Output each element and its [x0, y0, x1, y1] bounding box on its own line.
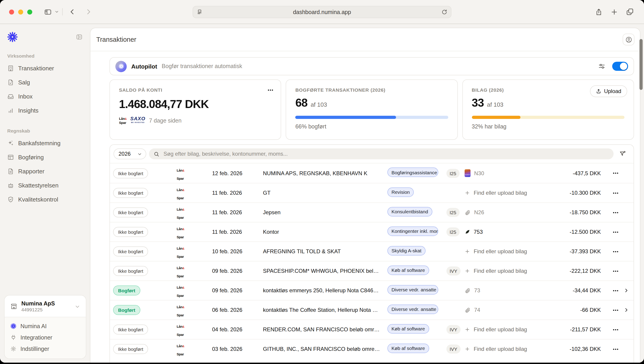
- bilag-cell[interactable]: NUMINA Find eller upload bilag: [465, 326, 542, 333]
- sidebar-item-bankafstemning[interactable]: Bankafstemning: [0, 136, 90, 150]
- table-row[interactable]: Ikke bogført Lån& Spar 12 feb. 2026 NUMI…: [110, 164, 633, 183]
- sidebar-item-salg[interactable]: Salg: [0, 75, 90, 90]
- sidebar-item-inbox[interactable]: Inbox: [0, 90, 90, 104]
- bilag-cell[interactable]: NUMINA Find eller upload bilag: [465, 268, 542, 274]
- category-badge[interactable]: Kontingenter inkl. moms: [387, 226, 438, 236]
- tax-code-chip[interactable]: I25: [446, 168, 459, 178]
- category-badge[interactable]: Konsulentbistand: [387, 207, 432, 216]
- minimize-window-button[interactable]: [18, 9, 23, 14]
- row-menu-icon[interactable]: [613, 210, 618, 215]
- table-row[interactable]: Bogført Lån& Spar 06 feb. 2026 kontaktlø…: [110, 300, 633, 320]
- sidebar-section-regnskab: Regnskab: [0, 128, 90, 134]
- table-row[interactable]: Ikke bogført Lån& Spar 03 feb. 2026 GITH…: [110, 339, 633, 358]
- address-bar[interactable]: dashboard.numina.app: [193, 6, 451, 18]
- sidebar-item-kvalitetskontrol[interactable]: Kvalitetskontrol: [0, 192, 90, 206]
- row-menu-icon[interactable]: [613, 229, 618, 235]
- bilag-label[interactable]: 73: [474, 287, 480, 294]
- bilag-label[interactable]: Find eller upload bilag: [474, 248, 527, 254]
- chevron-right-icon[interactable]: [623, 288, 629, 293]
- sidebar-chevron-down-icon[interactable]: [55, 10, 59, 14]
- share-icon[interactable]: [595, 8, 603, 16]
- row-menu-icon[interactable]: [613, 326, 618, 332]
- category-badge[interactable]: Køb af software: [387, 343, 429, 353]
- row-menu-icon[interactable]: [613, 190, 618, 196]
- tax-code-chip[interactable]: IVY: [446, 344, 460, 354]
- tax-code-chip[interactable]: I25: [446, 228, 459, 236]
- bilag-cell[interactable]: NUMINA Find eller upload bilag: [465, 248, 542, 254]
- category-badge[interactable]: Køb af software: [387, 324, 429, 333]
- bilag-label[interactable]: Find eller upload bilag: [474, 190, 527, 196]
- table-row[interactable]: Ikke bogført Lån& Spar 11 feb. 2026 GT R…: [110, 183, 633, 202]
- search-input[interactable]: [163, 150, 609, 158]
- bilag-label[interactable]: N26: [474, 209, 484, 216]
- tab-overview-icon[interactable]: [626, 8, 634, 16]
- bilag-cell[interactable]: NUMINA N30: [465, 169, 542, 177]
- back-button[interactable]: [69, 8, 76, 16]
- zoom-window-button[interactable]: [27, 9, 32, 14]
- sidebar-item-bogfoering[interactable]: Bogføring: [0, 150, 90, 164]
- reader-icon[interactable]: [197, 9, 203, 15]
- close-window-button[interactable]: [9, 9, 14, 14]
- transaction-description: kontaktløs emmerys 250, Hellerup Nota C8…: [263, 287, 387, 294]
- bank-logo: Lån& Spar: [177, 266, 184, 278]
- table-row[interactable]: Ikke bogført Lån& Spar 09 feb. 2026 SPAC…: [110, 261, 633, 280]
- bilag-cell[interactable]: NUMINA N26: [465, 209, 542, 216]
- saldo-menu-icon[interactable]: [268, 87, 274, 93]
- category-badge[interactable]: Diverse vedr. ansatte uden: [387, 285, 438, 294]
- row-menu-icon[interactable]: [613, 170, 618, 176]
- company-switcher[interactable]: Numina ApS 44991225: [5, 296, 86, 317]
- reload-icon[interactable]: [441, 9, 447, 15]
- category-badge[interactable]: Skyldig A-skat: [387, 246, 426, 255]
- table-row[interactable]: Ikke bogført Lån& Spar 11 feb. 2026 Kont…: [110, 222, 633, 242]
- new-tab-icon[interactable]: [610, 8, 618, 16]
- autopilot-settings-icon[interactable]: [598, 63, 605, 70]
- bilag-thumbnail[interactable]: NUMINA: [465, 169, 470, 177]
- category-badge[interactable]: Bogføringsassistance: [387, 168, 438, 177]
- row-menu-icon[interactable]: [613, 288, 618, 294]
- scrollbar-thumb[interactable]: [639, 39, 643, 90]
- tax-code-chip[interactable]: IVY: [446, 325, 460, 334]
- chevron-right-icon[interactable]: [623, 307, 629, 313]
- bilag-label[interactable]: Find eller upload bilag: [474, 268, 527, 274]
- bilag-label[interactable]: Find eller upload bilag: [474, 346, 527, 352]
- tax-code-chip[interactable]: I25: [446, 208, 459, 217]
- sidebar-item-insights[interactable]: Insights: [0, 104, 90, 118]
- forward-button[interactable]: [85, 8, 92, 16]
- bilag-cell[interactable]: NUMINA Find eller upload bilag: [465, 346, 542, 352]
- autopilot-toggle[interactable]: [612, 62, 628, 71]
- bilag-card: BILAG (2026) Upload 33 af 103: [462, 80, 634, 140]
- table-row[interactable]: Ikke bogført Lån& Spar 11 feb. 2026 Jeps…: [110, 202, 633, 222]
- category-badge[interactable]: Diverse vedr. ansatte uden: [387, 304, 438, 314]
- bilag-label[interactable]: 753: [474, 229, 483, 235]
- bilag-cell[interactable]: NUMINA 73: [465, 287, 542, 294]
- filter-funnel-icon[interactable]: [619, 150, 626, 158]
- tax-code-chip[interactable]: IVY: [446, 266, 460, 276]
- bilag-label[interactable]: N30: [474, 170, 484, 176]
- toolbar-sidebar-toggle-icon[interactable]: [44, 8, 52, 16]
- sidebar-item-indstillinger[interactable]: Indstillinger: [5, 343, 86, 354]
- category-badge[interactable]: Revision: [387, 187, 414, 197]
- year-select[interactable]: 2026: [114, 148, 146, 159]
- table-row[interactable]: Ikke bogført Lån& Spar 10 feb. 2026 AFRE…: [110, 242, 633, 261]
- collapse-sidebar-icon[interactable]: [76, 33, 83, 40]
- sidebar-item-numina-ai[interactable]: Numina AI: [5, 320, 86, 332]
- sidebar-item-rapporter[interactable]: Rapporter: [0, 164, 90, 178]
- row-menu-icon[interactable]: [613, 346, 618, 352]
- row-menu-icon[interactable]: [613, 268, 618, 274]
- bilag-cell[interactable]: NUMINA 74: [465, 307, 542, 313]
- bilag-cell[interactable]: NUMINA Find eller upload bilag: [465, 190, 542, 196]
- row-menu-icon[interactable]: [613, 307, 618, 313]
- category-badge[interactable]: Køb af software: [387, 265, 429, 275]
- row-menu-icon[interactable]: [613, 248, 618, 254]
- transaction-amount: -12.500 DKK: [542, 229, 601, 235]
- table-row[interactable]: Bogført Lån& Spar 09 feb. 2026 kontaktlø…: [110, 280, 633, 300]
- bilag-label[interactable]: 74: [474, 307, 480, 313]
- account-button[interactable]: [623, 34, 634, 46]
- bilag-label[interactable]: Find eller upload bilag: [474, 326, 527, 333]
- bilag-cell[interactable]: NUMINA 753: [465, 229, 542, 235]
- sidebar-item-transaktioner[interactable]: Transaktioner: [0, 61, 90, 75]
- sidebar-item-integrationer[interactable]: Integrationer: [5, 332, 86, 343]
- upload-button[interactable]: Upload: [590, 85, 627, 97]
- table-row[interactable]: Ikke bogført Lån& Spar 04 feb. 2026 REND…: [110, 320, 633, 339]
- sidebar-item-skattestyrelsen[interactable]: Skattestyrelsen: [0, 178, 90, 192]
